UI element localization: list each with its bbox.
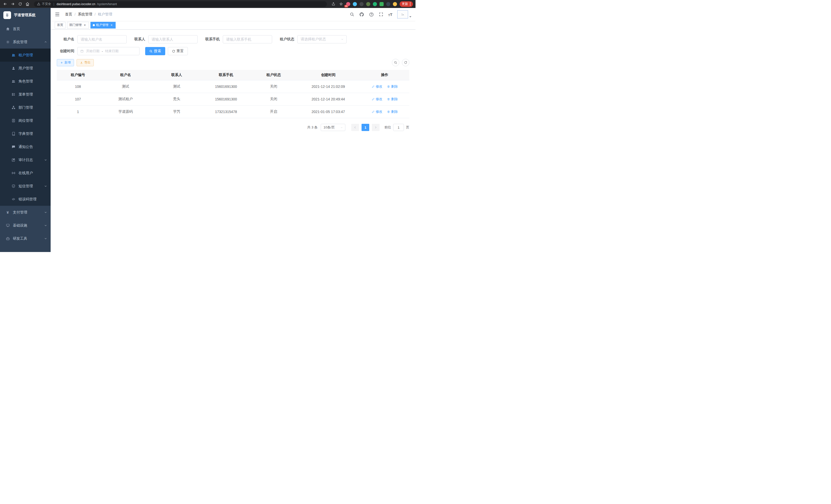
status-text: 关闭 — [251, 80, 296, 93]
export-button[interactable]: 导出 — [77, 59, 94, 66]
github-icon[interactable] — [359, 12, 364, 17]
extension-icon-2[interactable] — [353, 2, 357, 6]
close-icon[interactable]: × — [83, 23, 87, 27]
chevron-down-icon — [340, 126, 343, 129]
mobile-input[interactable] — [223, 35, 272, 43]
delete-button[interactable]: 删除 — [387, 110, 398, 114]
toggle-search-button[interactable] — [392, 59, 399, 66]
browser-actions: 10 更新 — [331, 1, 413, 7]
delete-button[interactable]: 删除 — [387, 97, 398, 101]
browser-menu-icon[interactable] — [410, 2, 411, 6]
tenant-name-input[interactable] — [77, 35, 127, 43]
broadcast-icon — [11, 171, 16, 175]
sidebar-item-home[interactable]: 首页 — [0, 22, 51, 35]
app-title: 芋道管理系统 — [14, 13, 35, 18]
table-header-row: 租户编号 租户名 联系人 联系手机 租户状态 创建时间 操作 — [57, 70, 409, 80]
search-button[interactable]: 搜索 — [145, 47, 165, 55]
edit-button[interactable]: 修改 — [372, 97, 382, 101]
page-content: 租户名 联系人 联系手机 租户状态 请选择租户状态 — [51, 30, 416, 252]
org-tree-icon — [11, 106, 16, 110]
logo-avatar-icon — [3, 11, 11, 19]
sidebar-item-audit-log[interactable]: 审计日志 — [0, 153, 51, 167]
breadcrumb-system: 系统管理 — [78, 12, 92, 17]
extension-icon-5[interactable] — [373, 2, 377, 6]
status-select[interactable]: 请选择租户状态 — [297, 35, 347, 43]
forward-icon[interactable] — [10, 2, 15, 7]
profile-avatar-icon[interactable] — [393, 2, 397, 6]
sidebar-item-error-code[interactable]: 错误码管理 — [0, 192, 51, 206]
bookmark-star-icon[interactable] — [338, 2, 344, 7]
chevron-down-icon — [44, 158, 47, 161]
goto-page-input[interactable] — [393, 124, 404, 131]
extension-icon-1[interactable]: 10 — [346, 2, 350, 6]
add-button[interactable]: 新增 — [57, 59, 74, 66]
sidebar-item-menu[interactable]: 菜单管理 — [0, 88, 51, 101]
goto-label: 前往 — [384, 125, 391, 130]
sidebar-item-payment[interactable]: ¥ 支付管理 — [0, 206, 51, 219]
chrome-update-button[interactable]: 更新 — [400, 1, 413, 7]
close-icon[interactable]: × — [110, 23, 113, 27]
sidebar-item-online-users[interactable]: 在线用户 — [0, 167, 51, 180]
url-path: /system/tenant — [97, 2, 117, 6]
reset-button[interactable]: 重置 — [168, 47, 188, 55]
delete-button[interactable]: 删除 — [387, 84, 398, 89]
app-logo[interactable]: 芋道管理系统 — [0, 8, 51, 22]
edit-button[interactable]: 修改 — [372, 84, 382, 89]
search-icon[interactable] — [350, 12, 354, 17]
page-size-select[interactable]: 10条/页 — [321, 124, 345, 131]
font-size-icon[interactable]: TT — [388, 12, 392, 17]
url-bar[interactable]: 不安全 | dashboard.yudao.iocoder.cn/system/… — [34, 1, 327, 7]
back-icon[interactable] — [3, 2, 8, 7]
extension-icon-3[interactable] — [360, 2, 364, 6]
avatar-image-placeholder-icon — [397, 10, 408, 19]
sidebar-item-dict[interactable]: 字典管理 — [0, 127, 51, 140]
refresh-table-button[interactable] — [402, 59, 409, 66]
date-start-placeholder: 开始日期 — [86, 49, 99, 53]
sidebar-item-sms[interactable]: 短信管理 — [0, 180, 51, 192]
yen-icon: ¥ — [6, 210, 10, 214]
contact-input[interactable] — [148, 35, 198, 43]
extension-icon-4[interactable] — [366, 2, 370, 6]
breadcrumb-home[interactable]: 首页 — [65, 12, 72, 17]
user-avatar[interactable] — [397, 10, 411, 19]
caret-down-icon — [409, 16, 411, 18]
roles-icon — [11, 79, 16, 84]
next-page-button[interactable] — [372, 124, 379, 131]
prev-page-button[interactable] — [351, 124, 359, 131]
share-icon[interactable] — [331, 2, 336, 7]
monitor-icon — [6, 224, 10, 228]
sidebar-item-user[interactable]: 用户管理 — [0, 62, 51, 75]
warning-icon — [37, 2, 40, 6]
table-row: 108 测试 测试 15601691300 关闭 2021-12-14 21:0… — [57, 80, 409, 93]
sidebar-item-tenant[interactable]: 租户管理 — [0, 49, 51, 62]
fullscreen-icon[interactable] — [379, 12, 383, 17]
edit-button[interactable]: 修改 — [372, 110, 382, 114]
sidebar-item-role[interactable]: 角色管理 — [0, 75, 51, 88]
pagination: 共 3 条 10条/页 1 前往 页 — [57, 124, 409, 131]
top-navbar: 首页 / 系统管理 / 租户管理 — [51, 8, 416, 21]
sidebar-collapse-icon[interactable] — [55, 11, 60, 17]
url-security-label: 不安全 — [42, 2, 51, 6]
tab-dept[interactable]: 部门管理 × — [67, 22, 89, 29]
chevron-down-icon — [44, 237, 47, 240]
sidebar-item-notice[interactable]: 通知公告 — [0, 140, 51, 153]
browser-chrome: 不安全 | dashboard.yudao.iocoder.cn/system/… — [0, 0, 416, 8]
tab-home[interactable]: 首页 — [55, 22, 65, 29]
sidebar-item-dev-tools[interactable]: 研发工具 — [0, 232, 51, 245]
status-text: 关闭 — [251, 93, 296, 106]
extension-icon-6[interactable] — [379, 2, 384, 6]
sidebar-item-infrastructure[interactable]: 基础设施 — [0, 219, 51, 232]
current-page-button[interactable]: 1 — [362, 124, 369, 131]
reload-icon[interactable] — [18, 2, 23, 7]
sidebar-item-post[interactable]: 岗位管理 — [0, 114, 51, 127]
chevron-down-icon — [44, 211, 47, 214]
date-range-picker[interactable]: 开始日期 - 结束日期 — [77, 47, 140, 55]
sidebar-item-system[interactable]: 系统管理 — [0, 35, 51, 49]
help-icon[interactable] — [369, 12, 374, 17]
tab-tenant[interactable]: 租户管理 × — [90, 22, 116, 29]
home-icon[interactable] — [25, 2, 30, 7]
extension-icon-7[interactable] — [386, 2, 390, 6]
page-unit-label: 页 — [406, 125, 409, 130]
sidebar-item-dept[interactable]: 部门管理 — [0, 101, 51, 114]
people-icon — [11, 53, 16, 57]
